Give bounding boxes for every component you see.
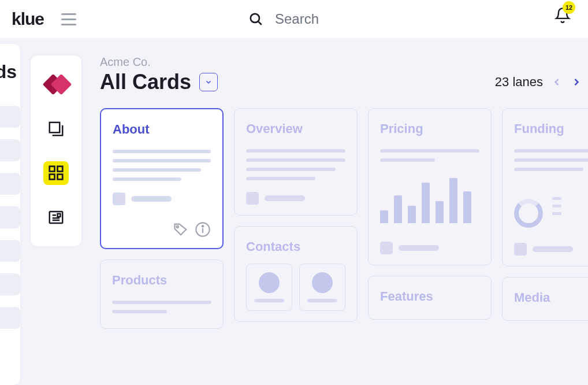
lanes-count-label: 23 lanes <box>495 75 543 90</box>
cards-grid-icon[interactable] <box>43 161 69 185</box>
search-input[interactable]: Search <box>248 11 319 27</box>
lane: Overview Contacts <box>234 108 358 329</box>
donut-chart-placeholder <box>514 199 543 228</box>
rail-stub-item[interactable] <box>0 206 20 228</box>
card-media[interactable]: Media <box>502 277 588 321</box>
page-title: All Cards <box>100 70 191 94</box>
stack-icon[interactable] <box>43 117 69 141</box>
svg-rect-11 <box>58 214 61 217</box>
rail-stub-item[interactable] <box>0 173 20 195</box>
lane: Pricing Features <box>368 108 492 329</box>
search-placeholder: Search <box>275 11 319 27</box>
competitor-icon[interactable] <box>43 73 69 97</box>
svg-line-1 <box>258 21 261 24</box>
svg-rect-6 <box>58 175 63 180</box>
lanes-info: 23 lanes <box>495 75 582 90</box>
card-title: Pricing <box>380 121 479 136</box>
lanes-prev[interactable] <box>551 76 563 88</box>
lanes-next[interactable] <box>571 76 582 88</box>
rail-stub-item[interactable] <box>0 139 20 161</box>
card-title: Funding <box>514 121 588 136</box>
svg-rect-2 <box>50 123 60 133</box>
card-contacts[interactable]: Contacts <box>234 226 358 322</box>
svg-point-0 <box>251 14 259 23</box>
chevron-left-icon <box>551 76 563 88</box>
rail-stub-item[interactable] <box>0 106 20 128</box>
card-title: Features <box>380 289 479 304</box>
card-title: About <box>113 122 211 137</box>
rail-stub-item[interactable] <box>0 307 20 329</box>
card-title: Overview <box>246 121 345 136</box>
logo[interactable]: klue <box>12 9 44 29</box>
news-icon[interactable] <box>43 206 69 229</box>
svg-point-15 <box>202 225 203 227</box>
search-icon <box>248 12 263 27</box>
card-funding[interactable]: Funding <box>502 108 588 266</box>
lanes-container: About Products <box>100 108 588 329</box>
svg-rect-3 <box>50 166 55 172</box>
truncated-heading: ds <box>0 61 20 83</box>
svg-rect-4 <box>58 166 63 172</box>
notifications-button[interactable]: 12 <box>554 7 571 25</box>
chevron-right-icon <box>571 76 582 88</box>
breadcrumb[interactable]: Acme Co. <box>100 55 588 69</box>
svg-rect-5 <box>50 175 55 180</box>
chevron-down-icon <box>204 78 213 86</box>
app-header: klue Search 12 <box>0 0 588 38</box>
card-overview[interactable]: Overview <box>234 108 358 216</box>
title-dropdown[interactable] <box>199 73 218 91</box>
notification-badge: 12 <box>563 1 575 14</box>
card-pricing[interactable]: Pricing <box>368 108 492 265</box>
lane: About Products <box>100 108 224 329</box>
contact-placeholder <box>299 264 345 311</box>
menu-icon[interactable] <box>61 13 76 25</box>
rail-stub-item[interactable] <box>0 273 20 295</box>
card-about[interactable]: About <box>100 108 224 249</box>
main-content: Acme Co. All Cards 23 lanes About <box>81 38 588 385</box>
card-title: Contacts <box>246 239 345 254</box>
card-products[interactable]: Products <box>100 260 224 329</box>
card-title: Products <box>112 273 211 288</box>
card-features[interactable]: Features <box>368 276 492 320</box>
view-rail <box>31 55 81 246</box>
left-rail-truncated: ds <box>0 44 20 385</box>
info-icon[interactable] <box>195 221 211 238</box>
tag-icon[interactable] <box>173 221 189 238</box>
contact-placeholder <box>246 264 292 311</box>
lane: Funding Media <box>502 108 588 329</box>
title-row: All Cards 23 lanes <box>100 70 588 94</box>
card-title: Media <box>514 290 588 305</box>
svg-point-12 <box>176 226 178 228</box>
rail-stub-item[interactable] <box>0 240 20 262</box>
